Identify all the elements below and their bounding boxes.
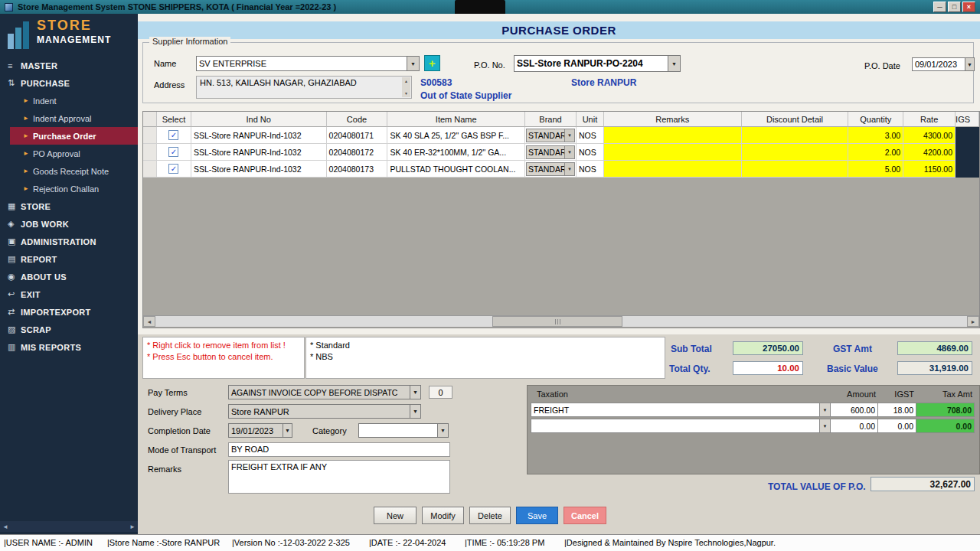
tax-amount-cell[interactable]: 0.00	[831, 419, 878, 433]
po-no-dropdown[interactable]: SSL-Store RANPUR-PO-2204 ▼	[514, 55, 681, 72]
sidebar-item-scrap[interactable]: ▨SCRAP	[0, 321, 138, 338]
scroll-left-icon[interactable]: ◄	[143, 316, 155, 327]
sidebar-item-importexport[interactable]: ⇄IMPORTEXPORT	[0, 303, 138, 321]
category-dropdown[interactable]: ▼	[358, 423, 449, 438]
pay-terms-value: AGAINST INVOICE COPY BEFORE DISPATC	[229, 388, 410, 397]
rate-cell[interactable]: 4200.00	[903, 144, 956, 161]
delete-button[interactable]: Delete	[469, 507, 511, 524]
hint-box: * Right click to remove item from list !…	[142, 337, 305, 379]
quantity-cell[interactable]: 5.00	[848, 161, 903, 178]
scroll-right-icon[interactable]: ►	[967, 316, 979, 327]
rate-cell[interactable]: 1150.00	[903, 161, 956, 178]
sidebar-scrollbar[interactable]: ◄ ►	[0, 521, 138, 532]
chevron-down-icon[interactable]: ▼	[410, 405, 420, 418]
sidebar-item-about-us[interactable]: ◉ABOUT US	[0, 268, 138, 285]
chevron-down-icon[interactable]: ▼	[410, 386, 420, 399]
rate-cell[interactable]: 4300.00	[903, 127, 956, 144]
grid-horizontal-scrollbar[interactable]: ◄ ►	[143, 315, 979, 327]
sidebar-subitem-indent-approval[interactable]: ►Indent Approval	[0, 109, 138, 127]
brand-dropdown[interactable]: STANDARD▼	[526, 129, 575, 142]
address-label: Address	[154, 80, 185, 90]
sidebar-item-master[interactable]: ≡MASTER	[0, 57, 138, 74]
save-button[interactable]: Save	[516, 507, 558, 524]
sidebar-subitem-goods-receipt-note[interactable]: ►Goods Receipt Note	[0, 162, 138, 180]
sidebar-subitem-indent[interactable]: ►Indent	[0, 92, 138, 109]
sidebar-subitem-label: PO Approval	[33, 149, 80, 158]
taxation-row[interactable]: FREIGHT▼ 600.00 18.00 708.00	[528, 402, 979, 418]
tax-name-dropdown[interactable]: FREIGHT▼	[531, 403, 831, 417]
close-button[interactable]: ×	[962, 2, 975, 12]
pay-terms-days-field[interactable]: 0	[429, 386, 452, 399]
chevron-down-icon[interactable]: ▼	[965, 58, 974, 70]
sidebar-item-report[interactable]: ▤REPORT	[0, 250, 138, 268]
taxation-row[interactable]: ▼ 0.00 0.00 0.00	[528, 418, 979, 434]
sidebar-item-purchase[interactable]: ⇅PURCHASE	[0, 74, 138, 92]
tax-name-dropdown[interactable]: ▼	[531, 419, 831, 433]
remarks-cell[interactable]	[604, 127, 742, 144]
submenu-arrow-icon: ►	[23, 185, 33, 192]
chevron-down-icon[interactable]: ▼	[819, 403, 830, 416]
pay-terms-dropdown[interactable]: AGAINST INVOICE COPY BEFORE DISPATC ▼	[228, 385, 421, 399]
item-name-cell: SK 40 SLA 25, 1/2'' GAS BSP F...	[387, 127, 525, 144]
sidebar-subitem-rejection-challan[interactable]: ►Rejection Challan	[0, 180, 138, 197]
supplier-name-dropdown[interactable]: SV ENTERPRISE ▼	[196, 56, 420, 71]
sidebar-item-exit[interactable]: ↩EXIT	[0, 285, 138, 303]
scrollbar-track[interactable]	[155, 316, 967, 327]
brand-dropdown[interactable]: STANDARD▼	[526, 162, 575, 176]
tax-igst-cell[interactable]: 0.00	[878, 419, 916, 433]
sidebar-item-administration[interactable]: ▣ADMINISTRATION	[0, 233, 138, 250]
sidebar-item-store[interactable]: ▦STORE	[0, 197, 138, 215]
scrollbar-thumb[interactable]	[492, 316, 622, 327]
completion-date-picker[interactable]: 19/01/2023 ▼	[228, 423, 292, 438]
chevron-down-icon[interactable]: ▼	[437, 424, 448, 437]
discount-detail-cell[interactable]	[742, 144, 849, 161]
status-version: |Version No :-12-03-2022 2-325	[232, 538, 350, 547]
app-window: Store Management System STONE SHIPPERS, …	[0, 0, 980, 551]
add-supplier-button[interactable]: +	[424, 55, 440, 71]
cancel-button[interactable]: Cancel	[564, 507, 606, 524]
scroll-left-icon[interactable]: ◄	[2, 523, 8, 530]
sub-total-value: 27050.00	[733, 341, 803, 355]
quantity-cell[interactable]: 2.00	[848, 144, 903, 161]
table-row[interactable]: ✓ SSL-Store RANPUR-Ind-1032 0204080173 P…	[143, 161, 979, 178]
spinner-up-icon[interactable]: ▲	[404, 79, 408, 83]
delivery-place-dropdown[interactable]: Store RANPUR ▼	[228, 404, 421, 419]
chevron-down-icon[interactable]: ▼	[283, 424, 292, 437]
spinner-down-icon[interactable]: ▼	[404, 91, 408, 96]
sidebar-subitem-purchase-order[interactable]: ►Purchase Order	[10, 127, 138, 145]
row-select-checkbox[interactable]: ✓	[168, 130, 178, 140]
address-field[interactable]: HN. 513, KAILASH NAGAR, GHAZIABAD ▲ ▼	[196, 76, 412, 99]
brand-dropdown[interactable]: STANDARD▼	[526, 145, 575, 159]
sidebar-item-mis-reports[interactable]: ▥MIS REPORTS	[0, 338, 138, 356]
group-label: Supplier Information	[149, 37, 230, 46]
chevron-down-icon[interactable]: ▼	[668, 56, 680, 71]
modify-button[interactable]: Modify	[422, 507, 464, 524]
discount-detail-cell[interactable]	[742, 127, 849, 144]
remarks-cell[interactable]	[604, 161, 742, 178]
minimize-button[interactable]: ─	[933, 2, 946, 12]
supplier-code: S00583	[420, 77, 452, 88]
row-select-checkbox[interactable]: ✓	[168, 164, 178, 174]
new-button[interactable]: New	[374, 507, 416, 524]
sidebar-item-job-work[interactable]: ◈JOB WORK	[0, 215, 138, 233]
table-row[interactable]: ✓ SSL-Store RANPUR-Ind-1032 0204080172 S…	[143, 144, 979, 161]
tax-amount-cell[interactable]: 600.00	[831, 403, 878, 417]
tax-igst-cell[interactable]: 18.00	[878, 403, 916, 417]
chevron-down-icon[interactable]: ▼	[564, 163, 574, 175]
chevron-down-icon[interactable]: ▼	[819, 419, 830, 432]
sidebar-subitem-po-approval[interactable]: ►PO Approval	[0, 145, 138, 162]
row-select-checkbox[interactable]: ✓	[168, 147, 178, 157]
scroll-right-icon[interactable]: ►	[129, 523, 136, 530]
discount-detail-cell[interactable]	[742, 161, 849, 178]
remarks-cell[interactable]	[604, 144, 742, 161]
maximize-button[interactable]: □	[948, 2, 961, 12]
address-scroll[interactable]: ▲ ▼	[402, 77, 410, 97]
remarks-field[interactable]: FREIGHT EXTRA IF ANY	[228, 460, 450, 494]
table-row[interactable]: ✓ SSL-Store RANPUR-Ind-1032 0204080171 S…	[143, 127, 979, 144]
transport-field[interactable]: BY ROAD	[228, 442, 450, 457]
chevron-down-icon[interactable]: ▼	[564, 146, 574, 158]
chevron-down-icon[interactable]: ▼	[407, 57, 419, 70]
chevron-down-icon[interactable]: ▼	[564, 129, 574, 142]
po-date-picker[interactable]: 09/01/2023 ▼	[912, 57, 975, 71]
quantity-cell[interactable]: 3.00	[848, 127, 903, 144]
